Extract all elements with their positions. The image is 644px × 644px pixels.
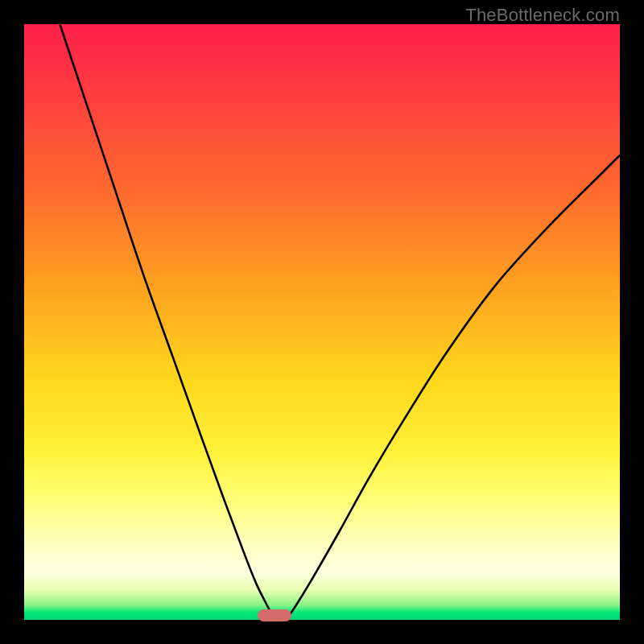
watermark-text: TheBottleneck.com <box>465 5 620 26</box>
bottleneck-curve <box>24 24 620 620</box>
curve-left-branch <box>60 24 274 620</box>
plot-area <box>24 24 620 620</box>
curve-right-branch <box>287 155 620 620</box>
chart-frame: TheBottleneck.com <box>0 0 644 644</box>
bottleneck-marker <box>258 609 291 621</box>
